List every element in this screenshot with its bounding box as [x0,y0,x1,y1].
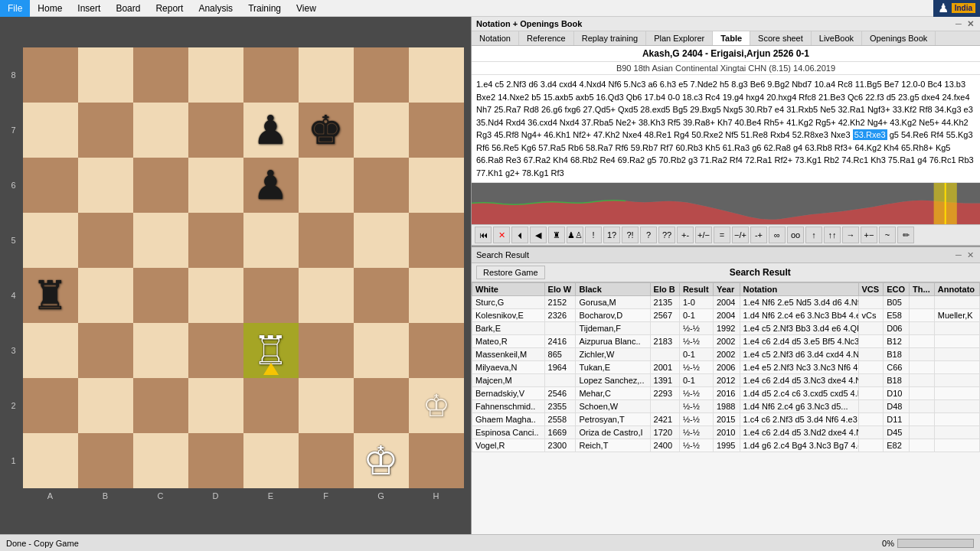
minus-plus-btn[interactable]: -+ [750,227,767,243]
square-e2[interactable] [243,378,299,433]
square-h3[interactable] [409,323,464,378]
menu-board[interactable]: Board [108,0,148,17]
square-c4[interactable] [133,268,188,323]
table-row[interactable]: Sturc,G2152Gorusa,M21351-020041.e4 Nf6 2… [472,296,980,309]
table-row[interactable]: Bark,ETijdeman,F½-½19921.e4 c5 2.Nf3 Bb3… [472,322,980,335]
square-a6[interactable] [23,158,78,213]
square-g8[interactable] [354,47,409,103]
square-h2[interactable]: ♔ [409,378,464,433]
square-a2[interactable] [23,378,78,433]
square-b2[interactable] [78,378,133,433]
square-c8[interactable] [133,47,188,103]
square-d3[interactable] [188,323,243,378]
up-btn[interactable]: ↑ [805,227,822,243]
delete-btn[interactable]: ✕ [493,227,510,243]
col-elo-w[interactable]: Elo W [544,283,576,296]
square-a1[interactable] [23,433,78,488]
square-g3[interactable] [354,323,409,378]
square-h5[interactable] [409,213,464,268]
square-a3[interactable] [23,323,78,378]
restore-game-btn[interactable]: Restore Game [476,266,545,279]
col-notation[interactable]: Notation [740,283,858,296]
square-c3[interactable] [133,323,188,378]
menu-home[interactable]: Home [30,0,70,17]
square-g1[interactable]: ♔ [354,433,409,488]
square-f5[interactable] [299,213,354,268]
square-e3[interactable]: ♖ [243,323,299,378]
equal-btn[interactable]: = [714,227,730,243]
prev-var-btn[interactable]: ◀ [530,227,547,243]
square-h7[interactable] [409,103,464,158]
table-row[interactable]: Mateo,R2416Aizpurua Blanc..2183½-½20021.… [472,335,980,348]
plus-eq-btn[interactable]: +− [861,227,877,243]
dbl-up-btn[interactable]: ↑↑ [824,227,841,243]
square-h6[interactable] [409,158,464,213]
col-elo-b[interactable]: Elo B [650,283,679,296]
square-c1[interactable] [133,433,188,488]
square-e8[interactable] [243,47,299,103]
square-f4[interactable] [299,268,354,323]
menu-training[interactable]: Training [240,0,289,17]
square-f8[interactable] [299,47,354,103]
square-c6[interactable] [133,158,188,213]
chessboard[interactable]: ♟ ♚ ♟ [23,47,464,488]
table-row[interactable]: Kolesnikov,E2326Bocharov,D25670-120041.d… [472,309,980,322]
pieces-btn[interactable]: ♟♙ [567,227,583,243]
search-minimize-btn[interactable]: ─ [953,249,964,260]
adv-black-btn[interactable]: −/+ [732,227,749,243]
square-b7[interactable] [78,103,133,158]
square-b8[interactable] [78,47,133,103]
square-h4[interactable] [409,268,464,323]
right-btn[interactable]: → [842,227,859,243]
table-row[interactable]: Ghaem Magha..2558Petrosyan,T2421½-½20151… [472,413,980,426]
col-vcs[interactable]: VCS [858,283,884,296]
tab-reference[interactable]: Reference [519,31,574,45]
square-d6[interactable] [188,158,243,213]
square-e4[interactable] [243,268,299,323]
square-d8[interactable] [188,47,243,103]
square-d1[interactable] [188,433,243,488]
square-d4[interactable] [188,268,243,323]
notation-text[interactable]: 1.e4 c5 2.Nf3 d6 3.d4 cxd4 4.Nxd4 Nf6 5.… [472,75,980,183]
square-c2[interactable] [133,378,188,433]
close-btn[interactable]: ✕ [965,18,975,29]
square-d2[interactable] [188,378,243,433]
square-a4[interactable]: ♜ [23,268,78,323]
table-row[interactable]: Milyaeva,N1964Tukan,E2001½-½20061.e4 e5 … [472,361,980,374]
dbl-question-btn[interactable]: ?? [658,227,675,243]
square-a5[interactable] [23,213,78,268]
q-btn[interactable]: ? [640,227,657,243]
square-f7[interactable]: ♚ [299,103,354,158]
questionmark-btn[interactable]: 1? [603,227,620,243]
tab-notation[interactable]: Notation [472,31,519,45]
menu-analysis[interactable]: Analysis [191,0,240,17]
square-g2[interactable] [354,378,409,433]
square-e6[interactable]: ♟ [243,158,299,213]
table-row[interactable]: Bernadskiy,V2546Mehar,C2293½-½20161.d4 d… [472,387,980,400]
square-f6[interactable] [299,158,354,213]
col-year[interactable]: Year [713,283,740,296]
square-b4[interactable] [78,268,133,323]
col-result[interactable]: Result [679,283,713,296]
rook-btn[interactable]: ♜ [548,227,565,243]
square-a7[interactable] [23,103,78,158]
col-eco[interactable]: ECO [884,283,910,296]
oo-btn[interactable]: oo [787,227,804,243]
square-f1[interactable] [299,433,354,488]
table-row[interactable]: Fahnenschmid..2355Schoen,W½-½19881.d4 Nf… [472,400,980,413]
square-g4[interactable] [354,268,409,323]
pen-btn[interactable]: ✏ [897,227,914,243]
square-e5[interactable] [243,213,299,268]
tilde-btn[interactable]: ~ [879,227,896,243]
square-f3[interactable] [299,323,354,378]
menu-view[interactable]: View [289,0,324,17]
square-f2[interactable] [299,378,354,433]
table-row[interactable]: Massenkeil,M865Zichler,W0-120021.e4 c5 2… [472,348,980,361]
tab-replay[interactable]: Replay training [574,31,646,45]
search-close-btn[interactable]: ✕ [965,249,975,260]
menu-report[interactable]: Report [148,0,191,17]
exclaim-btn[interactable]: ! [585,227,602,243]
square-e1[interactable] [243,433,299,488]
col-white[interactable]: White [472,283,545,296]
results-table-container[interactable]: White Elo W Black Elo B Result Year Nota… [472,282,980,534]
